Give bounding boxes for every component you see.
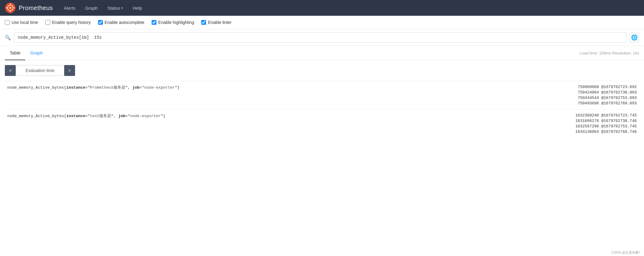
use-local-time-checkbox[interactable] xyxy=(5,20,10,25)
nav-status[interactable]: Status ▾ xyxy=(104,4,127,12)
eval-prev-button[interactable]: < xyxy=(5,65,16,76)
tabs-bar: Table Graph Load time: 109ms Resolution:… xyxy=(0,46,644,60)
options-bar: Use local time Enable query history Enab… xyxy=(0,16,644,29)
eval-time-row: < Evaluation time > xyxy=(5,65,639,76)
use-local-time-label: Use local time xyxy=(12,20,38,25)
metric-name-2: node_memory_Active_bytes{instance="test服… xyxy=(7,114,166,118)
search-bar: 🔍 🌐 xyxy=(0,29,644,46)
search-icon: 🔍 xyxy=(5,35,11,41)
tabs: Table Graph xyxy=(5,46,48,60)
nav-graph[interactable]: Graph xyxy=(81,4,101,12)
tab-table[interactable]: Table xyxy=(5,46,25,60)
metric-values-2: 1632309248 @1679762723.745 1631666176 @1… xyxy=(467,110,639,138)
enable-linter-checkbox[interactable] xyxy=(201,20,206,25)
status-caret-icon: ▾ xyxy=(121,6,123,10)
nav-help[interactable]: Help xyxy=(129,4,146,12)
tab-graph[interactable]: Graph xyxy=(25,46,48,60)
enable-query-history-option[interactable]: Enable query history xyxy=(45,20,91,25)
query-input[interactable] xyxy=(14,32,626,43)
eval-time-label: Evaluation time xyxy=(16,65,64,76)
use-local-time-option[interactable]: Use local time xyxy=(5,20,38,25)
enable-query-history-label: Enable query history xyxy=(52,20,91,25)
prometheus-logo xyxy=(5,2,16,13)
tab-meta: Load time: 109ms Resolution: 14s xyxy=(580,51,639,55)
table-row: node_memory_Active_bytes{instance="Prome… xyxy=(5,81,639,110)
metric-values-1: 750809088 @1679762723.092 750424064 @167… xyxy=(467,81,639,110)
enable-highlighting-label: Enable highlighting xyxy=(158,20,194,25)
nav-links: Alerts Graph Status ▾ Help xyxy=(60,4,146,12)
enable-query-history-checkbox[interactable] xyxy=(45,20,50,25)
execute-button[interactable]: 🌐 xyxy=(629,33,639,42)
svg-point-2 xyxy=(9,7,11,8)
enable-autocomplete-label: Enable autocomplete xyxy=(105,20,145,25)
nav-alerts[interactable]: Alerts xyxy=(60,4,79,12)
enable-highlighting-option[interactable]: Enable highlighting xyxy=(152,20,194,25)
metric-name-1: node_memory_Active_bytes{instance="Prome… xyxy=(7,85,180,90)
brand: Prometheus xyxy=(5,2,53,13)
enable-highlighting-checkbox[interactable] xyxy=(152,20,156,25)
eval-next-button[interactable]: > xyxy=(64,65,75,76)
navbar: Prometheus Alerts Graph Status ▾ Help xyxy=(0,0,644,16)
table-content: < Evaluation time > node_memory_Active_b… xyxy=(0,60,644,143)
enable-autocomplete-option[interactable]: Enable autocomplete xyxy=(98,20,145,25)
results-table: node_memory_Active_bytes{instance="Prome… xyxy=(5,81,639,138)
enable-linter-option[interactable]: Enable linter xyxy=(201,20,232,25)
table-row: node_memory_Active_bytes{instance="test服… xyxy=(5,110,639,138)
enable-linter-label: Enable linter xyxy=(208,20,232,25)
app-title: Prometheus xyxy=(19,5,53,11)
enable-autocomplete-checkbox[interactable] xyxy=(98,20,103,25)
